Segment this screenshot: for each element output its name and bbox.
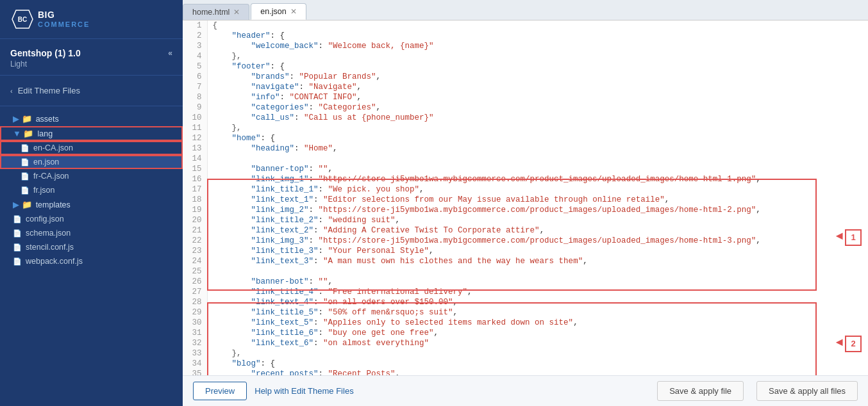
table-row: 14 (183, 154, 868, 164)
logo-text-commerce: COMMERCE (38, 20, 90, 28)
sidebar: BC BIG COMMERCE Gentshop (1) 1.0 « Light… (0, 0, 183, 406)
file-icon: 📄 (21, 172, 29, 181)
table-row: 6 "brands": "Popular Brands", (183, 72, 868, 82)
tab-en-json-close[interactable]: ✕ (290, 7, 297, 16)
main-area: home.html ✕ en.json ✕ 1{2 "header": {3 "… (183, 0, 868, 406)
help-link[interactable]: Help with Edit Theme Files (255, 386, 353, 396)
svg-text:BC: BC (18, 16, 27, 23)
table-row: 32 "link_text_6": "on almost everything" (183, 338, 868, 348)
code-table: 1{2 "header": {3 "welcome_back": "Welcom… (183, 20, 868, 375)
folder-icon: ▶ 📁 (13, 200, 32, 209)
table-row: 2 "header": { (183, 31, 868, 41)
table-row: 35 "recent_posts": "Recent Posts", (183, 369, 868, 375)
table-row: 15 "banner-top": "", (183, 164, 868, 174)
table-row: 16 "link_img_1": "https://store-ji5ymbo1… (183, 174, 868, 184)
table-row: 29 "link_title_5": "50% off men&rsquo;s … (183, 307, 868, 318)
file-icon: 📄 (13, 215, 22, 223)
folder-templates-label: templates (36, 200, 71, 209)
arrow-1-icon: ◄ (833, 229, 845, 243)
file-icon: 📄 (13, 257, 22, 266)
table-row: 25 (183, 266, 868, 277)
file-stencil[interactable]: 📄 stencil.conf.js (0, 240, 183, 254)
file-icon: 📄 (13, 243, 22, 252)
annotation-1: 1 (845, 229, 862, 246)
file-fr-ca[interactable]: 📄 fr-CA.json (0, 169, 183, 183)
arrow-icon: ‹ (10, 87, 13, 95)
tab-en-json[interactable]: en.json ✕ (251, 3, 306, 20)
file-fr-json-label: fr.json (33, 186, 54, 195)
footer-bar: Preview Help with Edit Theme Files Save … (183, 375, 868, 406)
table-row: 13 "heading": "Home", (183, 143, 868, 154)
file-en-json-label: en.json (33, 158, 59, 166)
table-row: 17 "link_title_1": "We pick. you shop", (183, 184, 868, 195)
code-editor[interactable]: 1{2 "header": {3 "welcome_back": "Welcom… (183, 20, 868, 375)
table-row: 20 "link_title_2": "wedding suit", (183, 215, 868, 225)
tabs-bar: home.html ✕ en.json ✕ (183, 0, 868, 20)
file-schema-label: schema.json (26, 229, 71, 238)
table-row: 1{ (183, 20, 868, 31)
file-icon: 📄 (13, 229, 22, 238)
table-row: 11 }, (183, 123, 868, 133)
theme-name-label: Gentshop (1) 1.0 (10, 48, 81, 58)
table-row: 12 "home": { (183, 133, 868, 143)
folder-lang-label: lang (37, 129, 53, 138)
table-row: 4 }, (183, 51, 868, 61)
tab-home-close[interactable]: ✕ (233, 8, 240, 17)
file-config[interactable]: 📄 config.json (0, 212, 183, 226)
folder-templates[interactable]: ▶ 📁 templates (0, 197, 183, 212)
folder-assets-label: assets (36, 115, 59, 124)
table-row: 3 "welcome_back": "Welcome back, {name}" (183, 41, 868, 51)
folder-open-icon: ▼ 📁 (13, 129, 33, 138)
table-row: 31 "link_title_6": "buy one get one free… (183, 328, 868, 338)
theme-version: Light (10, 60, 172, 69)
file-en-ca-label: en-CA.json (33, 143, 73, 152)
file-config-label: config.json (26, 215, 64, 223)
theme-info: Gentshop (1) 1.0 « Light (0, 39, 183, 76)
table-row: 9 "categories": "Categories", (183, 102, 868, 113)
table-row: 24 "link_text_3": "A man must own his cl… (183, 256, 868, 266)
table-row: 19 "link_img_2": "https://store-ji5ymbo1… (183, 205, 868, 215)
preview-button[interactable]: Preview (193, 382, 247, 400)
table-row: 28 "link_text_4": "on all oders over $15… (183, 297, 868, 307)
logo-icon: BC (10, 8, 35, 31)
file-schema[interactable]: 📄 schema.json (0, 226, 183, 240)
logo-area: BC BIG COMMERCE (0, 0, 183, 39)
folder-icon: ▶ 📁 (13, 114, 32, 124)
file-en-json[interactable]: 📄 en.json (0, 155, 183, 169)
file-fr-json[interactable]: 📄 fr.json (0, 183, 183, 197)
file-webpack[interactable]: 📄 webpack.conf.js (0, 254, 183, 268)
table-row: 5 "footer": { (183, 61, 868, 72)
table-row: 21 "link_text_2": "Adding A Creative Twi… (183, 225, 868, 236)
table-row: 33 }, (183, 348, 868, 359)
collapse-button[interactable]: « (168, 49, 172, 58)
theme-name-row: Gentshop (1) 1.0 « (10, 48, 172, 58)
arrow-2-icon: ◄ (833, 336, 845, 349)
tab-home-label: home.html (192, 8, 230, 17)
edit-theme-label[interactable]: ‹ Edit Theme Files (10, 83, 172, 98)
table-row: 10 "call_us": "Call us at {phone_number}… (183, 113, 868, 123)
annotation-2: 2 (845, 336, 862, 352)
table-row: 27 "link_title_4": "Free international d… (183, 287, 868, 297)
file-en-ca[interactable]: 📄 en-CA.json (0, 141, 183, 155)
table-row: 34 "blog": { (183, 359, 868, 369)
table-row: 30 "link_text_5": "Applies only to selec… (183, 318, 868, 328)
file-icon: 📄 (21, 186, 29, 195)
bigcommerce-logo: BC BIG COMMERCE (10, 8, 90, 31)
save-file-button[interactable]: Save & apply file (657, 381, 744, 401)
table-row: 8 "info": "CONTACT INFO", (183, 92, 868, 102)
file-tree: ▶ 📁 assets ▼ 📁 lang 📄 en-CA.json 📄 en.js… (0, 106, 183, 406)
table-row: 18 "link_text_1": "Editor selections fro… (183, 195, 868, 205)
folder-assets[interactable]: ▶ 📁 assets (0, 111, 183, 126)
folder-lang[interactable]: ▼ 📁 lang (0, 126, 183, 141)
file-stencil-label: stencil.conf.js (26, 243, 74, 252)
table-row: 22 "link_img_3": "https://store-ji5ymbo1… (183, 236, 868, 246)
file-icon: 📄 (21, 144, 29, 152)
file-fr-ca-label: fr-CA.json (33, 172, 69, 181)
file-icon: 📄 (21, 158, 29, 166)
tab-home-html[interactable]: home.html ✕ (183, 4, 249, 20)
edit-theme-section: ‹ Edit Theme Files (0, 76, 183, 106)
file-webpack-label: webpack.conf.js (26, 257, 83, 266)
table-row: 26 "banner-bot": "", (183, 277, 868, 287)
save-all-button[interactable]: Save & apply all files (756, 381, 858, 401)
table-row: 7 "navigate": "Navigate", (183, 82, 868, 92)
